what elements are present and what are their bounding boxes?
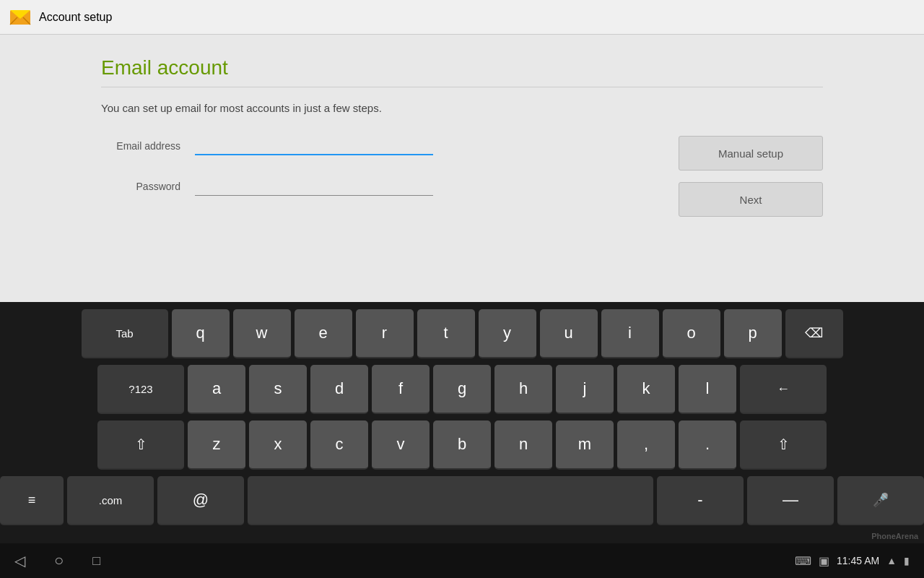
next-button[interactable]: Next: [679, 182, 823, 217]
key-a[interactable]: a: [188, 365, 245, 414]
nav-back-icon[interactable]: ◁: [14, 552, 25, 569]
key-dash[interactable]: —: [747, 476, 834, 525]
key-h[interactable]: h: [494, 365, 552, 414]
key-u[interactable]: u: [540, 309, 598, 358]
key-q[interactable]: q: [172, 309, 230, 358]
battery-icon: ▮: [904, 555, 910, 566]
main-content: Email account You can set up email for m…: [0, 35, 924, 302]
key-mic[interactable]: 🎤: [837, 476, 924, 525]
nav-left: ◁ ○ □: [14, 551, 100, 570]
email-icon: [9, 6, 32, 29]
key-hyphen[interactable]: -: [657, 476, 744, 525]
email-label: Email address: [101, 140, 180, 152]
key-backspace[interactable]: ⌫: [785, 309, 843, 358]
key-g[interactable]: g: [433, 365, 491, 414]
wifi-icon: ▲: [886, 555, 897, 566]
key-s[interactable]: s: [249, 365, 307, 414]
keyboard: Tab q w e r t y u i o p ⌫ ?123 a s d f g…: [0, 302, 924, 578]
key-tab[interactable]: Tab: [82, 309, 168, 358]
nav-bar: ◁ ○ □ ⌨ ▣ 11:45 AM ▲ ▮: [0, 543, 924, 578]
key-enter[interactable]: ←: [740, 365, 827, 414]
key-k[interactable]: k: [617, 365, 675, 414]
top-bar: Account setup: [0, 0, 924, 35]
key-x[interactable]: x: [249, 420, 307, 470]
key-e[interactable]: e: [295, 309, 352, 358]
key-dotcom[interactable]: .com: [67, 476, 154, 525]
time-display: 11:45 AM: [837, 555, 879, 566]
nav-recents-icon[interactable]: □: [92, 553, 100, 569]
key-shift-right[interactable]: ⇧: [740, 420, 827, 470]
password-input[interactable]: [195, 177, 433, 196]
key-numbers[interactable]: ?123: [97, 365, 184, 414]
form-section: Email address Password Manual setup Next: [101, 136, 823, 217]
password-field-row: Password: [101, 177, 433, 196]
nav-right: ⌨ ▣ 11:45 AM ▲ ▮: [795, 554, 910, 568]
key-at[interactable]: @: [157, 476, 244, 525]
password-label: Password: [101, 181, 180, 192]
key-n[interactable]: n: [494, 420, 552, 470]
key-d[interactable]: d: [310, 365, 368, 414]
email-field-row: Email address: [101, 136, 433, 155]
description-text: You can set up email for most accounts i…: [101, 102, 823, 114]
key-r[interactable]: r: [356, 309, 414, 358]
keyboard-row-4: ≡ .com @ - — 🎤: [0, 475, 924, 527]
key-t[interactable]: t: [417, 309, 475, 358]
keyboard-icon[interactable]: ⌨: [795, 554, 811, 568]
key-z[interactable]: z: [188, 420, 245, 470]
keyboard-row-1: Tab q w e r t y u i o p ⌫: [0, 308, 924, 360]
key-settings[interactable]: ≡: [0, 476, 64, 525]
top-bar-title: Account setup: [39, 11, 112, 24]
screenshot-icon[interactable]: ▣: [819, 554, 829, 568]
key-comma[interactable]: ,: [617, 420, 675, 470]
key-y[interactable]: y: [479, 309, 536, 358]
key-space[interactable]: [248, 476, 653, 525]
nav-home-icon[interactable]: ○: [54, 551, 64, 570]
email-input[interactable]: [195, 136, 433, 155]
key-i[interactable]: i: [601, 309, 659, 358]
key-v[interactable]: v: [372, 420, 430, 470]
keyboard-row-2: ?123 a s d f g h j k l ←: [0, 363, 924, 415]
key-l[interactable]: l: [679, 365, 736, 414]
key-b[interactable]: b: [433, 420, 491, 470]
button-section: Manual setup Next: [679, 136, 823, 217]
key-f[interactable]: f: [372, 365, 430, 414]
page-heading: Email account: [101, 56, 823, 79]
key-m[interactable]: m: [556, 420, 614, 470]
key-c[interactable]: c: [310, 420, 368, 470]
key-p[interactable]: p: [724, 309, 782, 358]
key-shift-left[interactable]: ⇧: [97, 420, 184, 470]
divider: [101, 87, 823, 87]
form-fields: Email address Password: [101, 136, 433, 196]
key-period[interactable]: .: [679, 420, 736, 470]
key-o[interactable]: o: [663, 309, 720, 358]
keyboard-row-3: ⇧ z x c v b n m , . ⇧: [0, 419, 924, 471]
manual-setup-button[interactable]: Manual setup: [679, 136, 823, 171]
key-w[interactable]: w: [233, 309, 291, 358]
key-j[interactable]: j: [556, 365, 614, 414]
